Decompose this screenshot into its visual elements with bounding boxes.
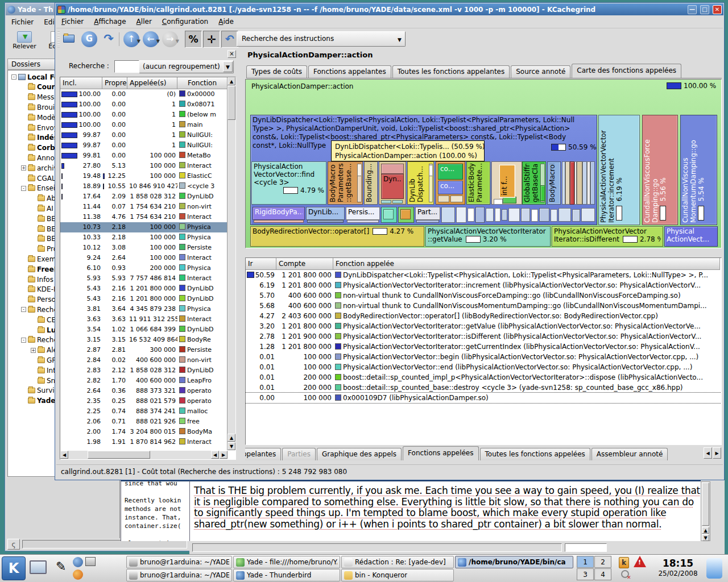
tab-ppelantes[interactable]: ppelantes <box>245 448 281 460</box>
redo-icon[interactable]: ↷ <box>101 31 117 47</box>
table-row[interactable]: 100.000.0010x08071 <box>60 99 235 110</box>
expander-icon[interactable]: + <box>21 165 26 171</box>
callee-row[interactable]: 0.00100 0000x000109D7 (libPhysicalAction… <box>246 393 721 403</box>
tab-Assembleur annoté[interactable]: Assembleur annoté <box>592 448 668 460</box>
table-row[interactable]: 5.935.937 757 486 814Interact <box>60 273 235 284</box>
alert-icon[interactable]: ! <box>634 556 646 567</box>
desktop-4[interactable]: 4 <box>594 568 611 580</box>
table-row[interactable]: 3.153.1516 532 409 864BodyRe <box>60 335 235 345</box>
task-Yade - Thunderbird[interactable]: Yade - Thunderbird <box>233 569 340 581</box>
relayout-toggle[interactable]: ↶ <box>221 31 238 48</box>
percent-toggle[interactable]: % <box>185 31 202 48</box>
callee-row[interactable]: 0.01200 000boost::detail::sp_counted_imp… <box>246 372 721 383</box>
tab-Toutes les fonctions appelantes[interactable]: Toutes les fonctions appelantes <box>392 65 510 78</box>
search-tray-icon[interactable]: ✕ <box>621 570 629 578</box>
column-header-Fonction appelée[interactable]: Fonction appelée <box>333 258 720 270</box>
table-row[interactable]: 2.640.36888 373 321operato <box>60 386 235 396</box>
tab-Types de coûts[interactable]: Types de coûts <box>246 65 307 78</box>
treemap-block-pavv-increment[interactable]: PhysicalActionVectorVectorIterator::incr… <box>598 115 640 225</box>
callee-row[interactable]: 0.01200 000boost::detail::sp_counted_bas… <box>246 383 721 393</box>
table-row[interactable]: 3.813.644 345 879 238Physica <box>60 304 235 314</box>
treemap-block-cundall-force[interactable]: CundallNonViscousForceDamping::go 5.56 % <box>642 115 678 225</box>
column-header-Appelée(s)[interactable]: Appelée(s) <box>127 77 177 89</box>
table-row[interactable]: 3.541.021 066 684 399DynLibD <box>60 325 235 335</box>
treemap-block-find-cycle3[interactable]: PhysicalActionVectorVector::find<cycle 3… <box>251 161 326 205</box>
menu-Configuration[interactable]: Configuration <box>157 16 213 27</box>
table-row[interactable]: 2.250.74888 374 241malloc <box>60 406 235 417</box>
tab-scroll-right[interactable]: ▶ <box>713 447 721 459</box>
tab-Graphique des appels[interactable]: Graphique des appels <box>317 448 402 460</box>
callee-row[interactable]: 50.591 201 800 000DynLibDispatcher<Loki:… <box>246 270 721 280</box>
column-header-Propre[interactable]: Propre <box>102 77 127 89</box>
table-row[interactable]: 2.872.81300 000Persiste <box>60 345 235 355</box>
tab-Fonctions appelées[interactable]: Fonctions appelées <box>403 446 478 460</box>
callee-row[interactable]: 5.70400 600 000non-virtual thunk to Cund… <box>246 290 721 301</box>
table-row[interactable]: 2.821.70400 600 000LeapFro <box>60 376 235 386</box>
flat-profile-hscrollbar[interactable]: ◀ ◀ ▶ <box>60 451 228 459</box>
forward-icon[interactable]: →▼ <box>162 31 178 47</box>
table-row[interactable]: 9.242.64100 000Interact <box>60 253 235 263</box>
column-header-Ir[interactable]: Ir <box>246 258 276 270</box>
table-row[interactable]: 3.633.6311 911 312 255Interact <box>60 314 235 325</box>
expander-icon[interactable]: - <box>21 307 26 312</box>
scroll-down-icon[interactable]: ▼ <box>702 534 709 541</box>
tab-Parties[interactable]: Parties <box>282 448 316 460</box>
compose-scrollbar[interactable]: ▲ ▼ <box>701 481 710 541</box>
treemap-block-cundall-momentum[interactable]: CundallNonViscousMomentumDamping::go 5.5… <box>680 115 717 225</box>
up-icon[interactable]: ↑▼ <box>123 31 139 47</box>
table-row[interactable]: 100.000.001main <box>60 120 235 130</box>
terminal-launcher-icon[interactable] <box>85 557 96 566</box>
table-row[interactable]: 10.123.08100 000Persiste <box>60 243 235 253</box>
task-/home/bruno/YADE/bin/ca[interactable]: /home/bruno/YADE/bin/ca <box>455 556 573 568</box>
grouping-combo[interactable]: (aucun regroupement) ▼ <box>139 60 234 73</box>
treemap-block-rigidbody[interactable]: RigidBodyPa... <box>253 207 305 220</box>
callee-row[interactable]: 4.272 403 600 000BodyRedirectionVector::… <box>246 311 721 321</box>
callee-row[interactable]: 1.281 201 800 000PhysicalActionVectorVec… <box>246 342 721 352</box>
table-row[interactable]: 19.4812.25100 000ElasticC <box>60 171 235 181</box>
table-row[interactable]: 2.060.71888 021 926free <box>60 417 235 427</box>
callee-row[interactable]: 5.68400 600 000non-virtual thunk to Cund… <box>246 301 721 311</box>
expander-icon[interactable]: - <box>21 186 26 191</box>
table-row[interactable]: 99.810.00100 000MetaBo <box>60 151 235 161</box>
task-bin - Konqueror[interactable]: bin - Konqueror <box>341 569 454 581</box>
kcachegrind-titlebar[interactable]: /home/bruno/YADE/bin/callgrind.out.8281 … <box>56 3 723 15</box>
treemap-block-pavv-isdifferent[interactable]: PhysicalActionVectorVectorIterator::isDi… <box>552 226 663 247</box>
search-input[interactable] <box>114 60 139 73</box>
back-icon[interactable]: ←▼ <box>143 31 159 47</box>
column-header-Incl.[interactable]: Incl. <box>60 77 102 89</box>
treemap-block-part[interactable]: Part... <box>415 207 440 220</box>
flat-profile-vscrollbar[interactable]: ▲ ▲ ▼ <box>227 77 235 450</box>
menu-Aide[interactable]: Aide <box>213 16 239 27</box>
table-row[interactable]: 100.000.001(below m <box>60 110 235 120</box>
table-row[interactable]: 27.805.13100 000Interact <box>60 161 235 171</box>
table-row[interactable]: 99.870.001NullGUI: <box>60 130 235 140</box>
table-row[interactable]: 2.840.02400 600 000non-virt <box>60 355 235 365</box>
desktop-3[interactable]: 3 <box>577 568 594 580</box>
table-row[interactable]: 5.432.161 201 800 000DynLibD <box>60 294 235 304</box>
table-row[interactable]: 99.870.001NullGUI: <box>60 140 235 151</box>
tab-Carte des fonctions appelées[interactable]: Carte des fonctions appelées <box>572 64 681 78</box>
compose-editor[interactable]: That is THE big problem currently, if yo… <box>189 480 701 541</box>
treemap-block-physicalactionvect[interactable]: PhysicalActionVect... <box>664 226 718 247</box>
pager[interactable]: 1234 <box>577 556 612 581</box>
table-row[interactable]: 6.100.93200 000Physica <box>60 263 235 273</box>
treemap-block-bodymacropara[interactable]: BodyMacroPara... <box>547 161 561 205</box>
desktop-1[interactable]: 1 <box>577 556 594 568</box>
table-row[interactable]: 100.000.00(0)0x00000 <box>60 89 235 99</box>
kmenu-button[interactable]: K <box>2 556 26 580</box>
menu-Affichage[interactable]: Affichage <box>89 16 131 27</box>
tab-Source annoté[interactable]: Source annoté <box>511 65 570 78</box>
tab-Toutes les fonctions appelées[interactable]: Toutes les fonctions appelées <box>480 448 590 460</box>
callee-row[interactable]: 2.781 201 900 000PhysicalActionVectorVec… <box>246 331 721 342</box>
table-row[interactable]: 5.432.161 201 800 000DynLibD <box>60 284 235 294</box>
kate-icon[interactable]: ✎ <box>56 559 71 575</box>
menu-Fichier[interactable]: Fichier <box>56 16 89 27</box>
scroll-up-icon[interactable]: ▲ <box>702 527 709 534</box>
move-toggle[interactable]: ✛ <box>203 31 220 48</box>
thunderbird-launcher-icon[interactable] <box>73 557 83 567</box>
treemap-block-co-blue[interactable]: co... <box>438 181 463 194</box>
task-bruno@r1arduina: ~/YADE/[interactable]: bruno@r1arduina: ~/YADE/ <box>126 556 232 568</box>
column-header-Compte[interactable]: Compte <box>276 258 333 270</box>
reload-icon[interactable]: G <box>81 31 97 47</box>
klipper-icon[interactable]: k <box>619 557 629 568</box>
